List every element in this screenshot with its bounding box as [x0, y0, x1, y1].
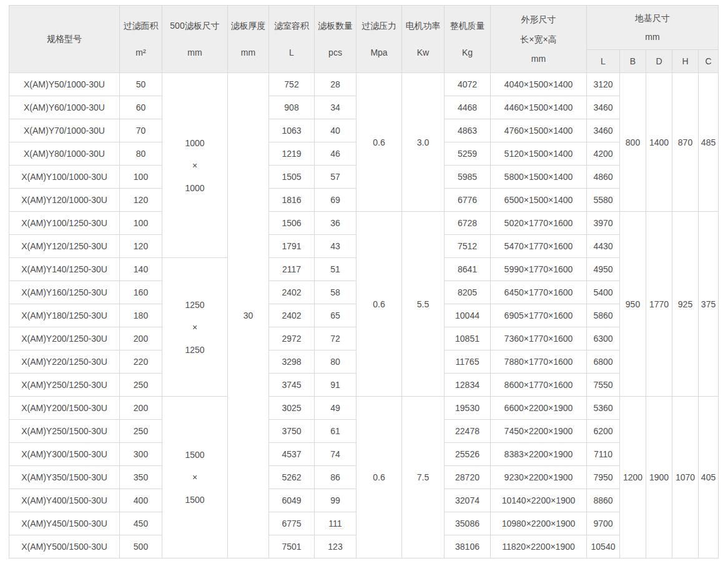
cell-dims: 10980×2200×1900	[491, 512, 587, 535]
plate-size-line: ×	[192, 316, 197, 339]
cell-weight: 6728	[445, 212, 491, 235]
cell-model: X(AM)Y250/1500-30U	[9, 420, 120, 443]
cell-foundation-h: 925	[672, 212, 699, 397]
cell-foundation-c: 485	[699, 73, 719, 212]
cell-dims: 5020×1770×1600	[491, 212, 587, 235]
plate-size-line: 1500	[185, 489, 204, 511]
cell-volume: 2972	[269, 327, 315, 350]
plate-size-line: 1000	[185, 132, 204, 154]
col-header-dims: 外形尺寸长×宽×高mm	[491, 6, 587, 73]
table-row: X(AM)Y200/1500-30U2001500×15003025490.67…	[9, 397, 719, 420]
cell-foundation-c: 405	[699, 397, 719, 559]
cell-volume: 2402	[269, 281, 315, 304]
cell-weight: 10851	[445, 327, 491, 350]
cell-area: 180	[120, 304, 162, 327]
cell-volume: 3745	[269, 374, 315, 397]
cell-pcs: 123	[315, 535, 357, 559]
cell-model: X(AM)Y250/1250-30U	[9, 374, 120, 397]
cell-pcs: 43	[315, 235, 357, 258]
cell-foundation-h: 1070	[672, 397, 699, 559]
cell-weight: 4468	[445, 96, 491, 119]
cell-area: 200	[120, 327, 162, 350]
cell-plate-size: 1000×1000	[162, 73, 228, 258]
cell-model: X(AM)Y100/1000-30U	[9, 166, 120, 189]
cell-weight: 5985	[445, 166, 491, 189]
header-label: Mpa	[370, 47, 387, 57]
cell-weight: 6776	[445, 189, 491, 212]
cell-model: X(AM)Y350/1500-30U	[9, 466, 120, 489]
col-header-pcs: 滤板数量pcs	[315, 6, 357, 73]
cell-weight: 22478	[445, 420, 491, 443]
header-label: 长×宽×高	[520, 34, 556, 46]
cell-volume: 908	[269, 96, 315, 119]
cell-foundation-l: 3970	[587, 212, 620, 235]
header-label: 滤室容积	[274, 21, 309, 32]
plate-size-line: ×	[192, 466, 197, 489]
cell-pcs: 57	[315, 166, 357, 189]
cell-model: X(AM)Y70/1000-30U	[9, 119, 120, 142]
cell-volume: 1791	[269, 235, 315, 258]
cell-dims: 6450×1770×1600	[491, 281, 587, 304]
cell-foundation-l: 9700	[587, 512, 620, 535]
cell-area: 400	[120, 489, 162, 512]
cell-model: X(AM)Y120/1000-30U	[9, 189, 120, 212]
header-label: mm	[531, 54, 546, 64]
cell-dims: 5800×1500×1400	[491, 166, 587, 189]
col-header-model: 规格型号	[9, 6, 120, 73]
cell-area: 250	[120, 374, 162, 397]
cell-foundation-l: 4860	[587, 166, 620, 189]
cell-pcs: 46	[315, 142, 357, 166]
cell-dims: 7880×1770×1600	[491, 350, 587, 374]
cell-pcs: 80	[315, 350, 357, 374]
cell-foundation-l: 4950	[587, 258, 620, 281]
cell-area: 160	[120, 281, 162, 304]
cell-weight: 4863	[445, 119, 491, 142]
cell-foundation-b: 1200	[620, 397, 646, 559]
cell-volume: 6775	[269, 512, 315, 535]
cell-foundation-l: 7550	[587, 374, 620, 397]
cell-area: 120	[120, 235, 162, 258]
cell-model: X(AM)Y220/1250-30U	[9, 350, 120, 374]
cell-weight: 12834	[445, 374, 491, 397]
cell-volume: 3298	[269, 350, 315, 374]
col-header-area: 过滤面积m²	[120, 6, 162, 73]
cell-foundation-l: 5860	[587, 304, 620, 327]
cell-volume: 1505	[269, 166, 315, 189]
col-header-foundation: 地基尺寸mm	[587, 6, 719, 50]
cell-foundation-l: 3120	[587, 73, 620, 96]
cell-area: 50	[120, 73, 162, 96]
header-label: m²	[135, 47, 145, 57]
spec-table: 规格型号过滤面积m²500滤板尺寸mm滤板厚度mm滤室容积L滤板数量pcs过滤压…	[9, 5, 719, 559]
cell-area: 450	[120, 512, 162, 535]
cell-weight: 5259	[445, 142, 491, 166]
cell-foundation-l: 8860	[587, 489, 620, 512]
plate-size-line: 1000	[185, 177, 204, 199]
cell-area: 140	[120, 258, 162, 281]
cell-model: X(AM)Y60/1000-30U	[9, 96, 120, 119]
cell-volume: 2117	[269, 258, 315, 281]
cell-area: 100	[120, 212, 162, 235]
header-label: 电机功率	[406, 21, 441, 32]
col-header-foundation-d: D	[646, 50, 672, 73]
header-label: 滤板厚度	[231, 21, 266, 32]
col-header-power: 电机功率Kw	[402, 6, 445, 73]
cell-model: X(AM)Y120/1250-30U	[9, 235, 120, 258]
cell-area: 120	[120, 189, 162, 212]
cell-model: X(AM)Y140/1250-30U	[9, 258, 120, 281]
cell-power: 7.5	[402, 397, 445, 559]
cell-weight: 4072	[445, 73, 491, 96]
cell-foundation-b: 800	[620, 73, 646, 212]
cell-model: X(AM)Y400/1500-30U	[9, 489, 120, 512]
cell-dims: 5470×1770×1600	[491, 235, 587, 258]
cell-pcs: 91	[315, 374, 357, 397]
cell-pcs: 51	[315, 258, 357, 281]
cell-foundation-h: 870	[672, 73, 699, 212]
cell-weight: 7512	[445, 235, 491, 258]
col-header-pressure: 过滤压力Mpa	[357, 6, 402, 73]
header-label: mm	[187, 47, 202, 57]
page: 规格型号过滤面积m²500滤板尺寸mm滤板厚度mm滤室容积L滤板数量pcs过滤压…	[0, 0, 728, 561]
cell-power: 3.0	[402, 73, 445, 212]
cell-model: X(AM)Y160/1250-30U	[9, 281, 120, 304]
cell-dims: 4040×1500×1400	[491, 73, 587, 96]
cell-area: 300	[120, 443, 162, 466]
